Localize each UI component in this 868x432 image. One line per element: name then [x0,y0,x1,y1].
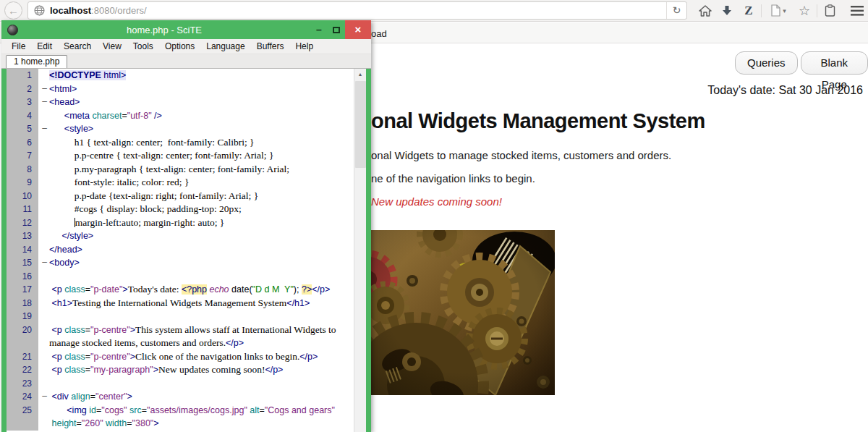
editor-scrollbar[interactable]: ▲ [354,69,366,432]
menu-edit[interactable]: Edit [31,41,58,51]
code-text[interactable]: #cogs { display: block; padding-top: 20p… [49,203,366,216]
code-row[interactable]: 2–<html> [7,82,366,96]
code-text[interactable]: <style> [49,122,366,136]
tab-home-php[interactable]: 1 home.php [6,55,67,68]
line-number: 20 [7,323,38,337]
fold-marker [38,163,49,177]
reload-button[interactable]: ↻ [666,2,686,19]
scrollbar-thumb[interactable] [355,81,366,168]
code-row[interactable]: 21 <p class="p-centre">Click one of the … [7,350,366,364]
bookmark-button[interactable]: ☆ [793,1,815,20]
code-row[interactable]: 7 p.p-centre { text-align: center; font-… [7,149,366,163]
code-lines[interactable]: 1<!DOCTYPE html>2–<html>3–<head>4 <meta … [7,69,366,431]
code-text[interactable]: <img id="cogs" src="assets/images/cogs.j… [49,404,366,418]
minimize-button[interactable]: – [310,24,328,35]
maximize-button[interactable] [328,27,345,33]
downloads-button[interactable] [716,1,738,20]
code-text[interactable]: <meta charset="utf-8" /> [49,109,366,123]
fold-marker[interactable]: – [38,256,49,270]
code-text[interactable]: <head> [49,96,366,109]
code-text[interactable]: </head> [49,243,366,257]
page-actions-button[interactable]: ▾ [763,1,793,20]
code-text[interactable]: <p class="p-date">Today's date: <?php ec… [49,283,366,297]
code-row[interactable]: 19 [7,310,366,323]
menu-buffers[interactable]: Buffers [251,41,290,51]
fold-marker[interactable]: – [38,82,49,96]
code-row[interactable]: 23 [7,377,366,391]
code-text[interactable] [49,310,366,323]
menu-button[interactable] [846,1,868,20]
code-row[interactable]: 22 <p class="my-paragraph">New updates c… [7,363,366,377]
blank-page-button[interactable]: Blank Page [801,51,868,75]
home-button[interactable] [694,1,716,20]
zotero-button[interactable]: Z [738,1,760,20]
line-number: 3 [7,96,38,109]
url-text[interactable]: localhost:8080/orders/ [50,5,666,16]
url-bar[interactable]: localhost:8080/orders/ ↻ [27,1,687,20]
fold-marker [38,377,49,391]
code-text[interactable]: <p class="p-centre">Click one of the nav… [49,350,366,364]
menu-options[interactable]: Options [159,41,200,51]
clipboard-icon [825,4,835,17]
code-row[interactable]: manage stocked items, customers and orde… [7,336,366,350]
code-row[interactable]: 18 <h1>Testing the International Widgets… [7,297,366,310]
code-text[interactable]: p.p-date {text-align: right; font-family… [49,190,366,203]
code-row[interactable]: 5– <style> [7,122,366,136]
code-text[interactable] [49,377,366,391]
code-text[interactable]: p.my-paragraph { text-align: center; fon… [49,163,366,177]
code-row[interactable]: 17 <p class="p-date">Today's date: <?php… [7,283,366,297]
code-text[interactable]: font-style: italic; color: red; } [49,176,366,190]
menu-search[interactable]: Search [58,41,97,51]
fold-marker[interactable]: – [38,390,49,404]
code-row[interactable]: 15–<body> [7,256,366,270]
fold-marker[interactable]: – [38,122,49,136]
menu-tools[interactable]: Tools [127,41,159,51]
code-text[interactable]: <h1>Testing the International Widgets Ma… [49,297,366,310]
code-text[interactable]: <html> [49,82,366,96]
code-text[interactable]: manage stocked items, customers and orde… [49,336,366,350]
code-row[interactable]: 4 <meta charset="utf-8" /> [7,109,366,123]
back-button[interactable]: ← [4,1,22,20]
code-row[interactable]: 20 <p class="p-centre">This system allow… [7,323,366,337]
scite-editor[interactable]: 1<!DOCTYPE html>2–<html>3–<head>4 <meta … [7,69,366,432]
scite-titlebar[interactable]: home.php - SciTE – × [1,20,371,39]
home-icon [699,5,712,17]
clipboard-button[interactable] [819,1,841,20]
code-row[interactable]: 24– <div align="center"> [7,390,366,404]
menu-view[interactable]: View [97,41,127,51]
code-row[interactable]: 14</head> [7,243,366,257]
code-text[interactable]: margin-left:auto; margin-right: auto; } [49,216,366,230]
close-button[interactable]: × [345,20,371,39]
scrollbar-up-arrow[interactable]: ▲ [354,69,366,80]
menu-file[interactable]: File [6,41,31,51]
code-text[interactable]: <p class="my-paragraph">New updates comi… [49,363,366,377]
queries-button[interactable]: Queries [735,51,798,75]
code-row[interactable]: 3–<head> [7,96,366,109]
code-text[interactable]: </style> [49,229,366,243]
menu-help[interactable]: Help [289,41,319,51]
code-row[interactable]: 12 margin-left:auto; margin-right: auto;… [7,216,366,230]
code-row[interactable]: 25 <img id="cogs" src="assets/images/cog… [7,404,366,418]
code-row[interactable]: 16 [7,270,366,284]
code-text[interactable]: <!DOCTYPE html> [49,69,366,82]
code-text[interactable]: <p class="p-centre">This system allows s… [49,323,366,337]
fold-marker[interactable]: – [38,96,49,109]
code-row[interactable]: 13 </style> [7,229,366,243]
code-row[interactable]: 10 p.p-date {text-align: right; font-fam… [7,190,366,203]
fold-marker [38,404,49,418]
code-row[interactable]: 11 #cogs { display: block; padding-top: … [7,203,366,216]
code-row[interactable]: 9 font-style: italic; color: red; } [7,176,366,190]
menu-language[interactable]: Language [200,41,250,51]
code-area[interactable]: 1<!DOCTYPE html>2–<html>3–<head>4 <meta … [7,69,366,432]
code-text[interactable]: <div align="center"> [49,390,366,404]
nav-link-partial[interactable]: oad [371,28,387,39]
code-row[interactable]: 8 p.my-paragraph { text-align: center; f… [7,163,366,177]
code-text[interactable] [49,270,366,284]
code-text[interactable]: p.p-centre { text-align: center; font-fa… [49,149,366,163]
code-row[interactable]: height="260" width="380"> [7,417,366,431]
code-text[interactable]: height="260" width="380"> [49,417,366,431]
code-text[interactable]: h1 { text-align: center; font-family: Ca… [49,136,366,150]
code-text[interactable]: <body> [49,256,366,270]
code-row[interactable]: 1<!DOCTYPE html> [7,69,366,82]
code-row[interactable]: 6 h1 { text-align: center; font-family: … [7,136,366,150]
